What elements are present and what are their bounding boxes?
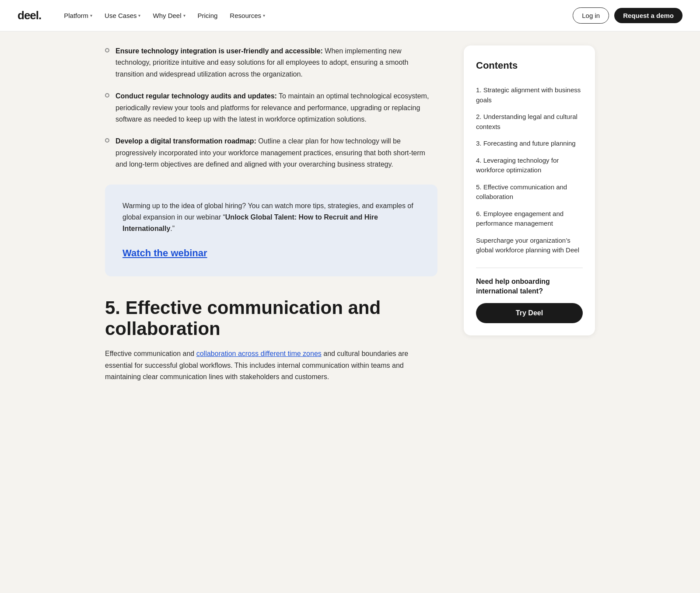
main-content: Ensure technology integration is user-fr… xyxy=(105,45,438,383)
list-item: Conduct regular technology audits and up… xyxy=(105,91,438,125)
chevron-down-icon: ▾ xyxy=(263,12,265,19)
bullet-bold-1: Ensure technology integration is user-fr… xyxy=(116,47,323,55)
logo[interactable]: deel. xyxy=(18,7,41,25)
nav-item-resources[interactable]: Resources ▾ xyxy=(224,7,270,24)
contents-item-5[interactable]: 5. Effective communication and collabora… xyxy=(476,179,583,206)
callout-box: Warming up to the idea of global hiring?… xyxy=(105,185,438,276)
nav-item-pricing[interactable]: Pricing xyxy=(192,7,223,24)
navbar: deel. Platform ▾ Use Cases ▾ Why Deel ▾ … xyxy=(0,0,700,31)
nav-item-usecases[interactable]: Use Cases ▾ xyxy=(99,7,146,24)
contents-item-1[interactable]: 1. Strategic alignment with business goa… xyxy=(476,82,583,108)
bullet-text-1: Ensure technology integration is user-fr… xyxy=(116,45,438,80)
nav-label-platform: Platform xyxy=(64,10,88,21)
login-button[interactable]: Log in xyxy=(573,7,609,24)
bullet-icon xyxy=(105,138,109,143)
nav-label-resources: Resources xyxy=(230,10,261,21)
section-5-body-before: Effective communication and xyxy=(105,350,196,357)
sidebar: Contents 1. Strategic alignment with bus… xyxy=(464,45,595,383)
contents-item-4[interactable]: 4. Leveraging technology for workforce o… xyxy=(476,152,583,179)
contents-item-6[interactable]: 6. Employee engagement and performance m… xyxy=(476,206,583,232)
bullet-icon xyxy=(105,48,109,52)
nav-item-whydeel[interactable]: Why Deel ▾ xyxy=(147,7,190,24)
help-title: Need help onboarding international talen… xyxy=(476,277,583,296)
nav-actions: Log in Request a demo xyxy=(573,7,682,24)
callout-text: Warming up to the idea of global hiring?… xyxy=(122,200,420,235)
contents-list: 1. Strategic alignment with business goa… xyxy=(476,82,583,259)
list-item: Develop a digital transformation roadmap… xyxy=(105,136,438,170)
contents-item-3[interactable]: 3. Forecasting and future planning xyxy=(476,135,583,152)
nav-item-platform[interactable]: Platform ▾ xyxy=(59,7,98,24)
bullet-text-2: Conduct regular technology audits and up… xyxy=(116,91,438,125)
bullet-text-3: Develop a digital transformation roadmap… xyxy=(116,136,438,170)
callout-text-after: .” xyxy=(170,225,175,232)
try-deel-button[interactable]: Try Deel xyxy=(476,303,583,323)
request-demo-button[interactable]: Request a demo xyxy=(614,8,682,23)
contents-title: Contents xyxy=(476,58,583,73)
contents-card: Contents 1. Strategic alignment with bus… xyxy=(464,45,595,335)
bullet-icon xyxy=(105,93,109,98)
chevron-down-icon: ▾ xyxy=(183,12,186,19)
nav-label-pricing: Pricing xyxy=(198,10,218,21)
section-5-body: Effective communication and collaboratio… xyxy=(105,348,438,383)
divider xyxy=(476,268,583,268)
contents-item-7[interactable]: Supercharge your organization’s global w… xyxy=(476,232,583,259)
bullet-bold-3: Develop a digital transformation roadmap… xyxy=(116,137,256,145)
page-wrapper: Ensure technology integration is user-fr… xyxy=(88,31,612,397)
section-5-heading: 5. Effective communication and collabora… xyxy=(105,297,438,340)
contents-item-2[interactable]: 2. Understanding legal and cultural cont… xyxy=(476,108,583,135)
list-item: Ensure technology integration is user-fr… xyxy=(105,45,438,80)
chevron-down-icon: ▾ xyxy=(138,12,140,19)
nav-items: Platform ▾ Use Cases ▾ Why Deel ▾ Pricin… xyxy=(59,7,559,24)
nav-label-whydeel: Why Deel xyxy=(153,10,181,21)
watch-webinar-link[interactable]: Watch the webinar xyxy=(122,245,420,261)
chevron-down-icon: ▾ xyxy=(90,12,92,19)
nav-label-usecases: Use Cases xyxy=(105,10,136,21)
bullet-bold-2: Conduct regular technology audits and up… xyxy=(116,92,277,100)
bullet-list: Ensure technology integration is user-fr… xyxy=(105,45,438,171)
collaboration-link[interactable]: collaboration across different time zone… xyxy=(196,350,322,357)
